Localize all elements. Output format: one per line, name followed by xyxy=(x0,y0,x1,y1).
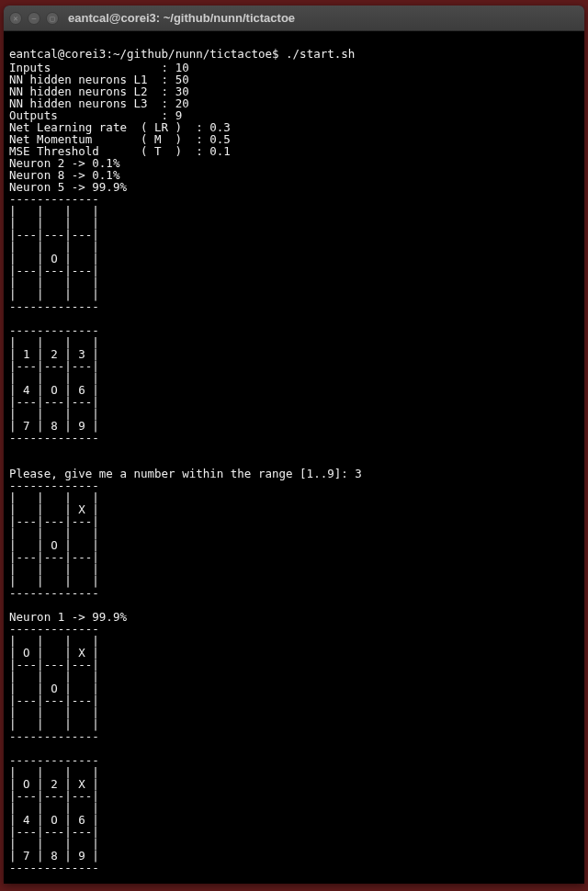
titlebar[interactable]: ✕ − ▢ eantcal@corei3: ~/github/nunn/tict… xyxy=(4,6,584,31)
user-input: 3 xyxy=(355,467,362,480)
terminal-window: ✕ − ▢ eantcal@corei3: ~/github/nunn/tict… xyxy=(4,6,584,884)
window-title: eantcal@corei3: ~/github/nunn/tictactoe xyxy=(68,11,295,25)
board-line: ------------- xyxy=(9,586,99,600)
prompt-host: corei3 xyxy=(64,47,106,61)
maximize-icon[interactable]: ▢ xyxy=(46,12,59,25)
terminal-content[interactable]: eantcal@corei3:~/github/nunn/tictactoe$ … xyxy=(4,31,584,884)
board-line: ------------- xyxy=(9,729,99,743)
window-controls: ✕ − ▢ xyxy=(9,12,59,25)
prompt-user: eantcal xyxy=(9,47,58,61)
minimize-icon[interactable]: − xyxy=(28,12,40,25)
board-line: ------------- xyxy=(9,299,99,313)
param-mse-value: 0.1 xyxy=(209,144,231,158)
board-line: ------------- xyxy=(9,861,99,874)
close-icon[interactable]: ✕ xyxy=(9,12,22,25)
command: ./start.sh xyxy=(286,47,355,61)
board-line: ------------- xyxy=(9,431,99,445)
prompt-path: ~/github/nunn/tictactoe xyxy=(113,47,272,61)
